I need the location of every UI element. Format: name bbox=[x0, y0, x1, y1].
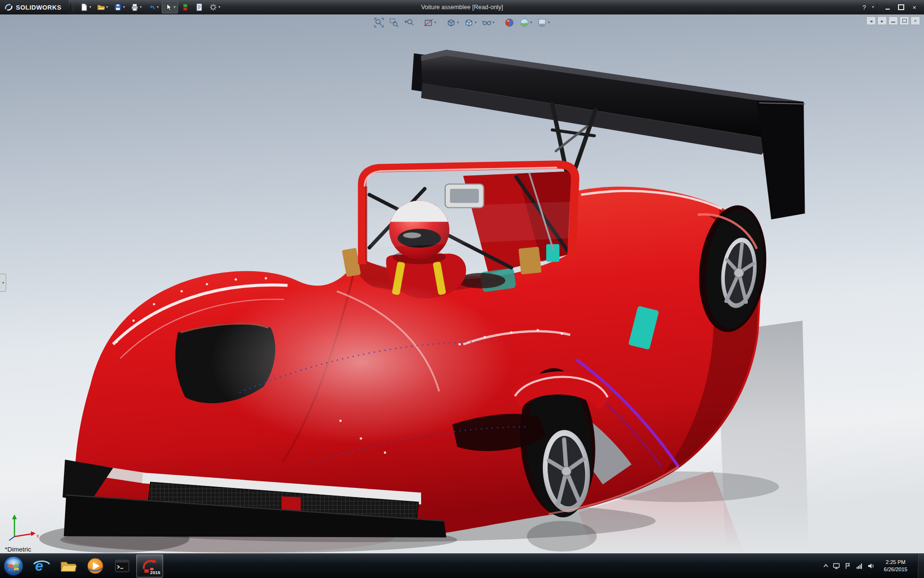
orientation-triad[interactable]: x bbox=[6, 512, 41, 543]
previous-view-button[interactable] bbox=[402, 17, 415, 28]
minimize-document-button[interactable] bbox=[888, 16, 898, 25]
zoom-to-fit-button[interactable] bbox=[372, 17, 385, 28]
interior-panel bbox=[518, 247, 541, 275]
display-style-button[interactable]: ▾ bbox=[462, 17, 478, 28]
undo-button[interactable]: ▾ bbox=[145, 1, 161, 13]
view-settings-button[interactable]: ▾ bbox=[536, 17, 552, 28]
help-button[interactable]: ? bbox=[859, 3, 870, 12]
section-view-button[interactable]: ▾ bbox=[422, 17, 438, 28]
zoom-to-area-icon bbox=[389, 18, 398, 27]
chevron-down-icon[interactable]: ▾ bbox=[872, 5, 874, 9]
taskbar-item-command-prompt[interactable] bbox=[109, 555, 135, 577]
undo-icon bbox=[147, 3, 156, 12]
taskbar-clock[interactable]: 2:25 PM 6/26/2015 bbox=[877, 559, 914, 573]
new-document-button[interactable]: ▾ bbox=[77, 1, 94, 13]
tray-network-icon[interactable] bbox=[854, 559, 865, 573]
taskbar-item-solidworks[interactable]: 2015 bbox=[136, 554, 163, 578]
chevron-down-icon[interactable]: ▾ bbox=[218, 5, 220, 9]
internet-explorer-icon: e bbox=[32, 556, 51, 576]
zoom-to-fit-icon bbox=[374, 18, 384, 27]
chevron-down-icon[interactable]: ▾ bbox=[493, 21, 495, 25]
zoom-to-area-button[interactable] bbox=[387, 17, 400, 28]
taskbar-items: e bbox=[28, 554, 164, 578]
options-gear-icon bbox=[209, 3, 218, 12]
close-document-button[interactable]: × bbox=[911, 16, 920, 25]
maximize-button[interactable] bbox=[895, 3, 907, 12]
chevron-down-icon[interactable]: ▾ bbox=[90, 5, 91, 9]
select-cursor-icon bbox=[164, 3, 173, 12]
windows-start-icon bbox=[3, 555, 24, 577]
show-desktop-button[interactable] bbox=[917, 554, 924, 578]
brand-name: SOLIDWORKS bbox=[16, 4, 62, 11]
print-button[interactable]: ▾ bbox=[128, 1, 144, 13]
rebuild-button[interactable] bbox=[179, 1, 192, 13]
chevron-down-icon[interactable]: ▾ bbox=[475, 21, 476, 25]
edit-appearance-button[interactable] bbox=[503, 17, 516, 28]
taskbar-item-internet-explorer[interactable]: e bbox=[28, 555, 54, 577]
view-orientation-label: *Dimetric bbox=[5, 546, 31, 553]
apply-scene-button[interactable]: ▾ bbox=[518, 17, 534, 28]
chevron-down-icon[interactable]: ▾ bbox=[548, 21, 550, 25]
display-style-icon bbox=[464, 18, 474, 27]
media-player-icon bbox=[86, 556, 105, 576]
view-orientation-button[interactable]: ▾ bbox=[444, 17, 461, 28]
restore-document-button[interactable] bbox=[899, 16, 909, 25]
command-prompt-icon bbox=[113, 556, 132, 576]
graphics-area[interactable]: ▾ ▾ ▾ ▾ bbox=[0, 14, 924, 554]
feature-manager-collapse-tab[interactable]: ◂ bbox=[0, 274, 6, 292]
next-window-button[interactable]: ▸ bbox=[877, 16, 887, 25]
chevron-down-icon[interactable]: ▾ bbox=[457, 21, 459, 25]
hide-show-items-icon bbox=[482, 18, 492, 27]
titlebar-toolbar: ▾ ▾ ▾ ▾ bbox=[76, 1, 223, 13]
hide-show-items-button[interactable]: ▾ bbox=[480, 17, 497, 28]
file-properties-button[interactable] bbox=[192, 1, 206, 13]
options-button[interactable]: ▾ bbox=[206, 1, 223, 13]
select-button[interactable]: ▾ bbox=[162, 1, 178, 13]
taskbar-item-media-player[interactable] bbox=[82, 555, 108, 577]
divider bbox=[418, 18, 419, 27]
clock-date: 6/26/2015 bbox=[879, 566, 912, 573]
previous-window-button[interactable]: ◂ bbox=[866, 16, 876, 25]
previous-view-icon bbox=[404, 18, 413, 27]
save-icon bbox=[114, 3, 122, 12]
network-bars-icon bbox=[856, 562, 863, 570]
chevron-down-icon[interactable]: ▾ bbox=[434, 21, 436, 25]
start-button[interactable] bbox=[2, 554, 25, 578]
taskbar: e bbox=[0, 553, 924, 578]
clock-time: 2:25 PM bbox=[879, 559, 912, 566]
dassault-logo-icon bbox=[4, 3, 13, 12]
chevron-down-icon[interactable]: ▾ bbox=[530, 21, 532, 25]
chevron-down-icon[interactable]: ▾ bbox=[123, 5, 125, 9]
chevron-down-icon[interactable]: ▾ bbox=[140, 5, 142, 9]
monitor-icon bbox=[833, 562, 840, 570]
3d-model-scene[interactable] bbox=[0, 14, 924, 554]
up-arrow-icon bbox=[822, 563, 829, 569]
solidworks-version-badge: 2015 bbox=[150, 570, 160, 575]
view-orientation-icon bbox=[446, 18, 456, 27]
taskbar-item-windows-explorer[interactable] bbox=[55, 555, 81, 577]
chevron-down-icon[interactable]: ▾ bbox=[106, 5, 108, 9]
chevron-down-icon[interactable]: ▾ bbox=[174, 5, 176, 9]
tray-display-icon[interactable] bbox=[831, 559, 842, 573]
close-button[interactable]: × bbox=[909, 3, 920, 12]
print-icon bbox=[130, 3, 139, 12]
divider bbox=[441, 18, 441, 27]
svg-text:e: e bbox=[35, 558, 43, 574]
section-view-icon bbox=[424, 18, 433, 27]
apply-scene-icon bbox=[520, 18, 529, 27]
show-hidden-icons-button[interactable] bbox=[821, 559, 831, 573]
divider bbox=[877, 3, 878, 11]
system-tray: 2:25 PM 6/26/2015 bbox=[821, 554, 924, 578]
minimize-button[interactable] bbox=[882, 3, 893, 12]
chevron-down-icon[interactable]: ▾ bbox=[157, 5, 159, 9]
window-controls: ? ▾ × bbox=[859, 3, 924, 12]
file-properties-icon bbox=[195, 3, 204, 12]
tray-action-center-icon[interactable] bbox=[842, 559, 854, 573]
save-button[interactable]: ▾ bbox=[111, 1, 128, 13]
open-button[interactable]: ▾ bbox=[94, 1, 111, 13]
app-brand: SOLIDWORKS bbox=[0, 0, 68, 14]
tray-volume-icon[interactable] bbox=[865, 559, 877, 573]
document-window-controls: ◂ ▸ × bbox=[866, 16, 920, 25]
mirror[interactable] bbox=[445, 184, 484, 208]
divider bbox=[500, 18, 500, 27]
